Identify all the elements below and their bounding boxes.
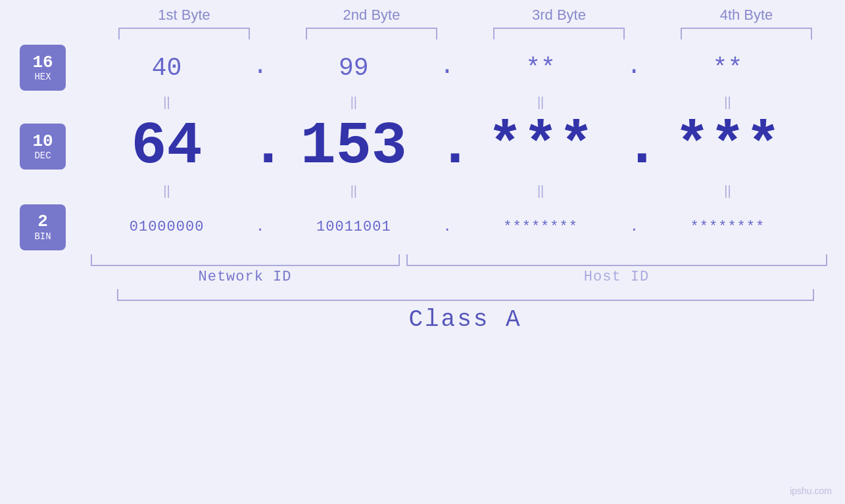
host-id-bracket-bottom — [406, 254, 827, 266]
bin-byte2: 10011001 — [275, 219, 433, 235]
bin-byte4: ******** — [648, 219, 806, 235]
byte1-header: 1st Byte — [105, 7, 263, 24]
byte4-top-bracket — [681, 28, 812, 39]
byte4-header: 4th Byte — [667, 7, 825, 24]
class-label: Class A — [91, 306, 840, 333]
bin-base-name: BIN — [34, 231, 51, 242]
dec-dot3: . — [624, 117, 644, 176]
bin-byte3: ******** — [462, 219, 619, 235]
byte3-top-bracket — [493, 28, 625, 39]
dec-dot2: . — [437, 117, 457, 176]
network-id-label: Network ID — [91, 269, 400, 285]
hex-dot2: . — [437, 52, 457, 80]
byte3-header: 3rd Byte — [480, 7, 638, 24]
hex-byte2: 99 — [275, 54, 433, 82]
dec-base-num: 10 — [32, 132, 53, 151]
bin-base-num: 2 — [37, 212, 48, 231]
dec-byte4: *** — [648, 113, 806, 180]
hex-base-name: HEX — [34, 72, 51, 82]
main-container: 1st Byte 2nd Byte 3rd Byte 4th Byte 16 H… — [0, 0, 845, 504]
eq2-b2: || — [275, 183, 433, 198]
hex-byte4: ** — [648, 54, 806, 82]
eq1-b1: || — [88, 95, 246, 110]
outer-bracket-bottom — [117, 289, 814, 301]
bin-byte1: 01000000 — [88, 219, 246, 235]
eq1-b2: || — [275, 95, 433, 110]
byte1-top-bracket — [118, 28, 250, 39]
hex-base-num: 16 — [32, 53, 53, 72]
eq1-b4: || — [648, 95, 806, 110]
byte2-top-bracket — [306, 28, 437, 39]
hex-byte3: ** — [462, 54, 619, 82]
hex-badge: 16 HEX — [20, 45, 66, 91]
hex-dot1: . — [251, 52, 270, 80]
dec-dot1: . — [251, 117, 270, 176]
dec-byte1: 64 — [88, 113, 246, 180]
dec-base-name: DEC — [34, 150, 51, 161]
network-id-bracket-bottom — [91, 254, 400, 266]
bin-dot1: . — [251, 219, 270, 235]
bin-dot3: . — [624, 219, 644, 235]
bin-dot2: . — [437, 219, 457, 235]
dec-byte3: *** — [462, 113, 619, 180]
hex-byte1: 40 — [88, 54, 246, 82]
watermark: ipshu.com — [790, 486, 832, 496]
eq2-b3: || — [462, 183, 619, 198]
dec-byte2: 153 — [275, 113, 433, 180]
eq2-b4: || — [648, 183, 806, 198]
dec-badge: 10 DEC — [20, 124, 66, 170]
eq1-b3: || — [462, 95, 619, 110]
bin-badge: 2 BIN — [20, 204, 66, 250]
hex-dot3: . — [624, 52, 644, 80]
eq2-b1: || — [88, 183, 246, 198]
host-id-label: Host ID — [406, 269, 827, 285]
byte2-header: 2nd Byte — [293, 7, 450, 24]
